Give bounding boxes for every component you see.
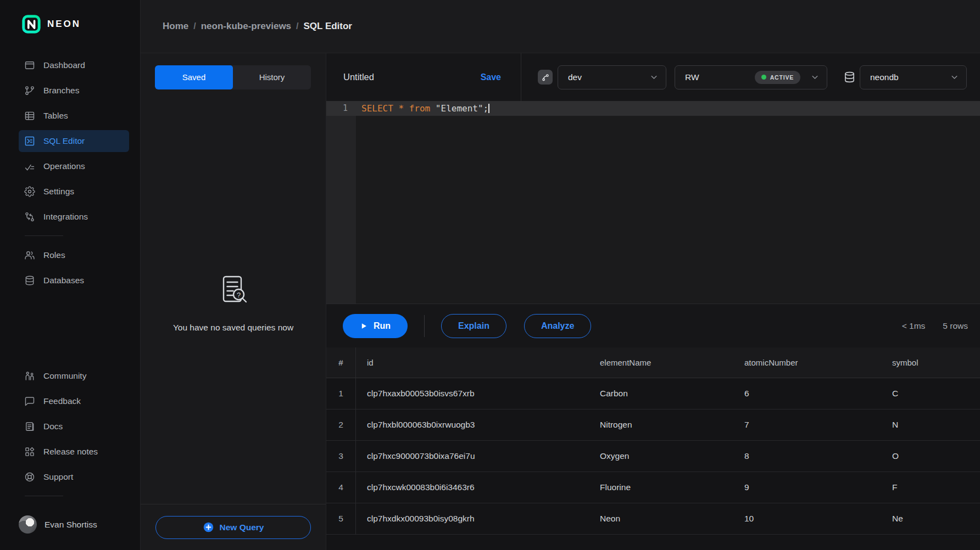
query-title[interactable]: Untitled [343,72,374,82]
database-icon [843,71,856,83]
cell-elementName: Fluorine [600,482,744,492]
sidebar-item-operations[interactable]: Operations [19,155,129,177]
release-notes-icon [24,446,35,457]
community-icon [24,371,35,381]
sidebar-item-integrations[interactable]: Integrations [19,206,129,228]
sidebar-item-roles[interactable]: Roles [19,244,129,266]
save-query-link[interactable]: Save [481,72,501,82]
results-table: # id elementName atomicNumber symbol 1 c… [326,347,980,550]
explain-button[interactable]: Explain [441,314,506,338]
result-row-count: 5 rows [943,321,968,331]
sidebar-item-label: Docs [43,422,63,431]
svg-text:?: ? [236,291,240,299]
top-header: Home/neon-kube-previews/SQL Editor [141,0,980,53]
sidebar-item-settings[interactable]: Settings [19,181,129,203]
cell-elementName: Carbon [600,389,744,399]
breadcrumb-separator: / [296,21,298,31]
table-row[interactable]: 2 clp7hxbl000063b0ixrwuogb3 Nitrogen 7 N [326,409,980,441]
breadcrumb-home[interactable]: Home [163,21,188,31]
queries-panel-footer: New Query [141,504,326,550]
sidebar-item-label: Feedback [43,396,81,406]
actions-divider [424,315,425,337]
cell-id: clp7hxc9000073b0ixa76ei7u [356,451,600,461]
user-name: Evan Shortiss [44,520,97,530]
sidebar-item-databases[interactable]: Databases [19,270,129,291]
text-cursor [488,104,489,113]
active-status-dot [761,75,766,80]
table-row[interactable]: 1 clp7hxaxb00053b0isvs67xrb Carbon 6 C [326,378,980,409]
database-select-value: neondb [870,72,899,82]
tab-history[interactable]: History [233,65,311,89]
sidebar-item-docs[interactable]: Docs [19,416,129,437]
sql-code-editor[interactable]: 1 SELECT * from "Element"; [326,101,980,304]
table-row[interactable]: 3 clp7hxc9000073b0ixa76ei7u Oxygen 8 O [326,441,980,472]
sidebar-item-label: Tables [43,111,68,121]
sidebar-item-label: Branches [43,86,79,96]
plus-circle-icon [203,521,214,533]
branch-select[interactable]: dev [558,65,666,89]
operations-icon [24,161,35,172]
cell-atomicNumber: 10 [744,514,892,524]
sidebar-footer-nav: Community Feedback Docs [0,363,140,503]
sidebar-item-label: Databases [43,276,84,285]
sidebar-item-branches[interactable]: Branches [19,80,129,102]
tab-saved[interactable]: Saved [155,65,233,89]
avatar [19,515,37,534]
chevron-down-icon [649,72,659,82]
run-label: Run [374,321,391,331]
queries-panel-toolbar: Saved History [141,53,326,101]
sidebar-item-sql-editor[interactable]: SQL Editor [19,130,129,152]
compute-status-badge: ACTIVE [755,71,800,84]
chevron-down-icon [810,72,820,82]
sidebar-item-tables[interactable]: Tables [19,105,129,127]
neon-logo-icon [22,15,41,33]
new-query-button[interactable]: New Query [155,516,311,539]
line-number: 1 [326,101,356,116]
sidebar-item-label: Settings [43,187,74,197]
sql-keyword-tokens: SELECT * from [361,103,430,114]
cell-symbol: F [892,482,980,492]
breadcrumb-current-page: SQL Editor [304,21,352,31]
sidebar-item-support[interactable]: Support [19,466,129,488]
cell-atomicNumber: 6 [744,389,892,399]
content-area: Saved History ? You have no [141,53,980,550]
docs-icon [24,421,35,432]
query-duration: < 1ms [902,321,926,331]
table-row[interactable]: 5 clp7hxdkx00093b0isy08gkrh Neon 10 Ne [326,503,980,535]
cell-symbol: N [892,420,980,430]
sql-query-line[interactable]: SELECT * from "Element"; [361,101,489,116]
compute-select[interactable]: RW ACTIVE [675,65,827,89]
chevron-down-icon [950,72,959,82]
sidebar-item-label: Roles [43,250,65,260]
empty-queries-message: You have no saved queries now [173,323,293,333]
database-select[interactable]: neondb [860,65,967,89]
brand-logo[interactable]: NEON [0,0,140,33]
cell-symbol: Ne [892,514,980,524]
cell-elementName: Nitrogen [600,420,744,430]
run-button[interactable]: Run [343,314,408,338]
sidebar-nav: Dashboard Branches Tables [0,53,140,293]
breadcrumb: Home/neon-kube-previews/SQL Editor [163,21,352,32]
user-menu[interactable]: Evan Shortiss [19,515,129,534]
sidebar-item-feedback[interactable]: Feedback [19,390,129,412]
branch-icon [538,70,553,85]
analyze-button[interactable]: Analyze [524,314,591,338]
table-row[interactable]: 4 clp7hxcwk00083b0i6i3463r6 Fluorine 9 F [326,472,980,503]
row-index: 3 [326,441,356,472]
query-title-section: Untitled Save [326,53,521,101]
cell-id: clp7hxbl000063b0ixrwuogb3 [356,420,600,430]
breadcrumb-project[interactable]: neon-kube-previews [201,21,291,31]
app-window: NEON Dashboard Branches [0,0,980,550]
sidebar-item-dashboard[interactable]: Dashboard [19,54,129,76]
compute-status-label: ACTIVE [770,74,794,81]
row-index: 2 [326,409,356,440]
sidebar-item-release-notes[interactable]: Release notes [19,441,129,463]
new-query-label: New Query [220,523,264,532]
branches-icon [24,85,35,96]
sidebar-item-community[interactable]: Community [19,365,129,387]
branch-select-value: dev [568,72,582,82]
sidebar-item-label: Community [43,371,86,381]
roles-icon [24,250,35,261]
column-header-symbol: symbol [892,358,980,367]
play-icon [360,322,368,330]
